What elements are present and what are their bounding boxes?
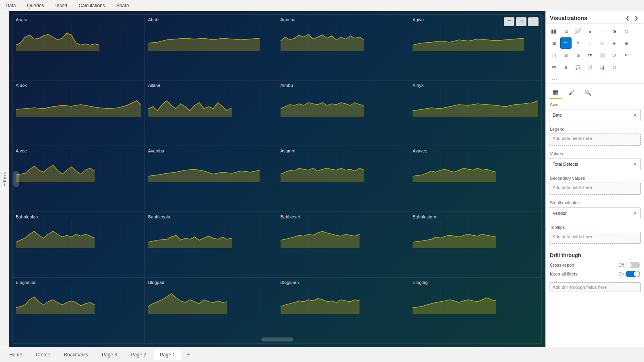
- tooltips-field[interactable]: Add data fields here: [549, 232, 641, 244]
- cell-title-babblestorm: Babblestorm: [413, 214, 538, 219]
- card-icon[interactable]: ▢: [548, 49, 559, 61]
- legend-label: Legend: [546, 123, 644, 133]
- cell-babblestorm: Babblestorm: [409, 212, 542, 278]
- gauge-icon[interactable]: ◉: [621, 37, 632, 49]
- shape-map-icon[interactable]: ⬡: [609, 49, 620, 61]
- values-value: Total Defects: [553, 162, 578, 167]
- tab-page1[interactable]: Page 1: [154, 350, 181, 360]
- sparkline-abatz: [148, 23, 274, 51]
- donut-icon[interactable]: ◎: [621, 25, 632, 37]
- tab-bookmarks[interactable]: Bookmarks: [58, 350, 94, 360]
- funnel-icon[interactable]: ▽: [597, 37, 608, 49]
- add-drillthrough-field[interactable]: Add drill-through fields here: [549, 282, 641, 292]
- ribbon-icon[interactable]: ≋: [572, 37, 584, 49]
- values-field[interactable]: Total Defects ✕: [549, 158, 641, 170]
- focus-tool-btn[interactable]: □: [516, 17, 526, 26]
- sparkline-aivee: [16, 154, 141, 182]
- scroll-handle-bottom[interactable]: [261, 337, 293, 341]
- pie-icon[interactable]: ◑: [609, 25, 620, 37]
- add-page-btn[interactable]: +: [183, 350, 194, 360]
- matrix-icon[interactable]: ⊟: [572, 49, 584, 61]
- keep-filters-toggle[interactable]: [625, 271, 640, 277]
- nav-back-arrow[interactable]: ❮: [624, 14, 631, 22]
- filters-label: Filters: [2, 172, 7, 187]
- cell-title-ailane: Ailane: [148, 83, 274, 88]
- secondary-values-field[interactable]: Add data fields here: [549, 183, 641, 195]
- axis-field[interactable]: Date ✕: [549, 109, 641, 121]
- custom-viz-icon[interactable]: ⬠: [609, 62, 620, 73]
- nav-forward-arrow[interactable]: ❯: [633, 14, 640, 22]
- kpi-icon[interactable]: ◈: [609, 37, 620, 49]
- small-multiples-remove[interactable]: ✕: [633, 210, 637, 216]
- cell-blognation: Blognation: [12, 278, 145, 343]
- small-multiples-value: Vendor: [553, 211, 567, 216]
- analytics-tab[interactable]: 🔍: [581, 86, 594, 99]
- sparkline-babbleopia: [148, 220, 274, 248]
- map-icon[interactable]: 🗺: [584, 49, 596, 61]
- axis-label: Axis: [546, 99, 644, 108]
- smart-narrative-icon[interactable]: 📝: [584, 62, 596, 73]
- cell-blogspan: Blogspan: [277, 278, 410, 343]
- sparkline-aibox: [16, 88, 141, 117]
- metrics-icon[interactable]: 📊: [597, 62, 608, 73]
- cross-report-toggle[interactable]: [625, 262, 640, 268]
- format-tab[interactable]: 🖌: [565, 86, 578, 99]
- more-icons-dots[interactable]: …: [548, 74, 642, 82]
- main-area: Filters ☷ □ … AbataAbatzAgimbaAgivuAibox…: [0, 11, 644, 347]
- section-divider-1: [546, 248, 644, 248]
- treemap-icon[interactable]: ▦: [548, 37, 559, 49]
- table-icon[interactable]: ⊞: [560, 49, 572, 61]
- tab-home[interactable]: Home: [3, 350, 28, 360]
- tab-page2[interactable]: Page 2: [125, 350, 152, 360]
- cell-avavee: Avavee: [409, 146, 542, 212]
- cell-title-aimbu: Aimbu: [281, 83, 406, 88]
- menu-insert[interactable]: Insert: [50, 1, 73, 10]
- scatter-icon[interactable]: ⋯: [597, 25, 608, 37]
- line-area-active-icon[interactable]: 〜: [560, 37, 572, 49]
- sparkline-agimba: [281, 23, 406, 51]
- filters-sidebar[interactable]: Filters: [0, 11, 9, 347]
- stacked-bar-icon[interactable]: ▮▮: [548, 25, 559, 37]
- fields-tab[interactable]: ▦: [549, 86, 562, 99]
- cell-agimba: Agimba: [277, 15, 410, 80]
- menu-data[interactable]: Data: [0, 1, 21, 10]
- sparkline-avavee: [413, 154, 538, 182]
- decomp-icon[interactable]: ⊕: [560, 62, 572, 73]
- clustered-bar-icon[interactable]: ▤: [560, 25, 572, 37]
- tab-create[interactable]: Create: [30, 350, 56, 360]
- cross-report-value: Off: [619, 263, 624, 267]
- scroll-handle-left[interactable]: [13, 171, 19, 187]
- r-icon[interactable]: R: [621, 49, 632, 61]
- sparkline-avamba: [148, 154, 274, 182]
- py-icon[interactable]: Py: [548, 62, 559, 73]
- small-multiples-field[interactable]: Vendor ✕: [549, 207, 641, 219]
- viz-panel-title: Visualizations: [550, 15, 587, 21]
- filter-tool-btn[interactable]: ☷: [504, 17, 514, 26]
- qna-icon[interactable]: 💬: [572, 62, 584, 73]
- viz-panel-nav: ❮ ❯: [624, 14, 640, 22]
- line-chart-icon[interactable]: 📈: [572, 25, 584, 37]
- sparkline-babblestorm: [413, 220, 538, 248]
- area-chart-icon[interactable]: ▲: [584, 25, 596, 37]
- sparkline-ailane: [148, 88, 274, 117]
- filled-map-icon[interactable]: ⬜: [597, 49, 608, 61]
- cell-title-babbleopia: Babbleopia: [148, 214, 274, 219]
- cell-avamm: Avamm: [277, 146, 410, 212]
- axis-value: Date: [553, 113, 562, 117]
- cell-babbleset: Babbleset: [277, 212, 410, 278]
- legend-field[interactable]: Add data fields here: [549, 134, 641, 146]
- sparkline-abata: [16, 23, 141, 51]
- axis-remove[interactable]: ✕: [633, 112, 637, 118]
- tab-page3[interactable]: Page 3: [96, 350, 123, 360]
- cell-abata: Abata: [12, 15, 145, 80]
- waterfall-icon[interactable]: ↕: [584, 37, 596, 49]
- menu-queries[interactable]: Queries: [21, 1, 50, 10]
- cell-title-aivee: Aivee: [16, 148, 141, 153]
- values-remove[interactable]: ✕: [633, 161, 637, 167]
- multiples-grid: AbataAbatzAgimbaAgivuAiboxAilaneAimbuAin…: [12, 15, 542, 343]
- cell-title-blogtag: Blogtag: [413, 280, 538, 285]
- sparkline-avamm: [281, 154, 406, 182]
- menu-share[interactable]: Share: [111, 1, 135, 10]
- menu-calculations[interactable]: Calculations: [73, 1, 110, 10]
- more-tool-btn[interactable]: …: [528, 17, 539, 26]
